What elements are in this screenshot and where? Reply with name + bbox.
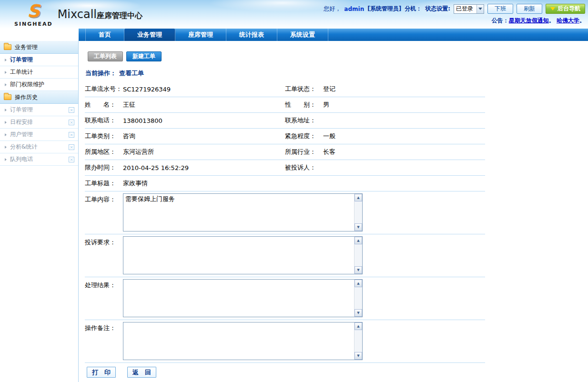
notice-link-holiday[interactable]: 星期天放假通知 — [509, 17, 549, 24]
footer-buttons: 打 印 返 回 — [87, 367, 588, 378]
scroll-up-icon[interactable]: ▲ — [355, 322, 362, 330]
work-order-content-textarea-input[interactable] — [123, 194, 354, 231]
sidebar-module-queue-calls[interactable]: 队列电话× — [0, 153, 78, 166]
company-logo: S SINGHEAD — [0, 0, 53, 27]
nav-row: 首页业务管理座席管理统计报表系统设置 — [0, 29, 588, 41]
form-row: 投诉要求：▲▼ — [85, 234, 485, 277]
scrollbar[interactable]: ▲▼ — [354, 194, 362, 231]
field-label: 联系电话： — [85, 116, 123, 125]
new-work-order-button[interactable]: 新建工单 — [126, 51, 162, 61]
field-label: 工单状态： — [285, 85, 323, 93]
scrollbar[interactable]: ▲▼ — [354, 322, 362, 360]
notice-bar: 公告：星期天放假通知。 哈佛大学。 — [324, 17, 585, 25]
field-value: 一般 — [323, 132, 485, 141]
form-row: 处理结果：▲▼ — [85, 277, 485, 320]
nav-spacer — [0, 29, 79, 41]
sidebar-section-business[interactable]: 业务管理 — [0, 41, 78, 54]
form-row: 工单类别：咨询紧急程度：一般 — [85, 129, 485, 144]
arrow-right-icon — [5, 158, 7, 161]
sidebar-section-history[interactable]: 操作历史 — [0, 91, 78, 104]
field-label: 所属行业： — [285, 148, 323, 156]
field-value: 王征 — [123, 101, 285, 109]
scroll-down-icon[interactable]: ▼ — [355, 266, 362, 274]
status-select[interactable]: 已登录 — [454, 4, 484, 14]
folder-icon — [4, 94, 11, 100]
notice-separator: 。 — [579, 17, 585, 24]
scroll-up-icon[interactable]: ▲ — [355, 280, 362, 287]
module-box-icon: × — [69, 107, 74, 113]
arrow-right-icon — [5, 121, 7, 124]
sidebar-item-label: 工单统计 — [10, 68, 33, 76]
offwork-button[interactable]: 下班 — [487, 4, 513, 14]
user-bar: 您好， admin [系统管理员] 分机： 状态设置: 已登录 下班 刷新 后台… — [324, 4, 585, 14]
current-action-value[interactable]: 查看工单 — [119, 70, 144, 77]
form-row: 所属地区：东河运营所所属行业：长客 — [85, 144, 485, 160]
sidebar-item-order-management[interactable]: 订单管理 — [0, 54, 78, 66]
brand-name: Mixcall — [58, 8, 97, 21]
scroll-down-icon[interactable]: ▼ — [355, 309, 362, 317]
app-title: Mixcall座席管理中心 — [58, 8, 142, 21]
tab-business-management[interactable]: 业务管理 — [124, 29, 175, 41]
handle-result-textarea: ▲▼ — [123, 279, 363, 317]
handle-result-textarea-input[interactable] — [123, 280, 354, 317]
scrollbar[interactable]: ▲▼ — [354, 237, 362, 274]
work-order-content-textarea: ▲▼ — [123, 193, 363, 231]
current-action-label: 当前操作： — [85, 70, 116, 77]
singhead-logo-icon: S — [14, 2, 53, 21]
field-value: 2010-04-25 16:52:29 — [123, 164, 285, 171]
field-value: 东河运营所 — [123, 148, 285, 156]
tab-seat-management[interactable]: 座席管理 — [175, 29, 226, 41]
username: admin — [344, 6, 364, 12]
complaint-request-textarea-input[interactable] — [123, 237, 354, 274]
breadcrumb: 当前操作：查看工单 — [85, 69, 588, 78]
sidebar-section-label: 操作历史 — [15, 93, 38, 101]
notice-label: 公告： — [492, 17, 509, 24]
work-order-list-button[interactable]: 工单列表 — [88, 51, 123, 61]
sidebar-item-ticket-stats[interactable]: 工单统计 — [0, 66, 78, 79]
module-box-icon: × — [69, 132, 74, 138]
tab-system-settings[interactable]: 系统设置 — [277, 29, 328, 41]
field-label: 紧急程度： — [285, 132, 323, 141]
scroll-track — [355, 244, 362, 266]
field-label: 工单标题： — [85, 179, 123, 188]
scroll-down-icon[interactable]: ▼ — [355, 352, 362, 360]
user-role: [系统管理员] — [367, 5, 401, 13]
form-row: 工单内容：▲▼ — [85, 191, 485, 234]
tab-home[interactable]: 首页 — [85, 29, 124, 41]
form-row: 工单流水号：SC1271926349工单状态：登记 — [85, 81, 485, 97]
sidebar-module-order-management[interactable]: 订单管理× — [0, 104, 78, 116]
extension-label: 分机： — [405, 5, 422, 13]
backend-nav-button[interactable]: 后台导航 — [546, 4, 585, 14]
tab-stat-reports[interactable]: 统计报表 — [226, 29, 277, 41]
form-row: 限办时间：2010-04-25 16:52:29被投诉人： — [85, 160, 485, 176]
scroll-down-icon[interactable]: ▼ — [355, 223, 362, 231]
folder-icon — [4, 44, 11, 50]
sidebar-module-schedule[interactable]: 日程安排× — [0, 116, 78, 129]
field-value: 长客 — [323, 148, 485, 156]
scrollbar[interactable]: ▲▼ — [354, 280, 362, 317]
print-button[interactable]: 打 印 — [87, 367, 116, 378]
scroll-up-icon[interactable]: ▲ — [355, 237, 362, 244]
back-button[interactable]: 返 回 — [127, 367, 156, 378]
field-value: 1380013800 — [123, 117, 285, 124]
sidebar-item-dept-permissions[interactable]: 部门权限维护 — [0, 79, 78, 91]
sidebar-module-analysis-stats[interactable]: 分析&统计× — [0, 141, 78, 153]
field-label: 工单内容： — [85, 195, 123, 204]
down-arrow-icon — [550, 7, 555, 10]
arrow-right-icon — [5, 133, 7, 136]
scroll-track — [355, 201, 362, 223]
sidebar-module-user-management[interactable]: 用户管理× — [0, 129, 78, 141]
notice-link-harvard[interactable]: 哈佛大学 — [557, 17, 579, 24]
sidebar: 业务管理订单管理工单统计部门权限维护操作历史订单管理×日程安排×用户管理×分析&… — [0, 41, 79, 382]
refresh-button[interactable]: 刷新 — [517, 4, 542, 14]
field-label: 工单流水号： — [85, 85, 123, 93]
field-label: 操作备注： — [85, 324, 123, 332]
scroll-up-icon[interactable]: ▲ — [355, 194, 362, 201]
module-box-icon: × — [69, 144, 74, 150]
form-row: 联系电话：1380013800联系地址： — [85, 113, 485, 129]
form-row: 操作备注：▲▼ — [85, 320, 485, 363]
chevron-down-icon[interactable] — [476, 5, 484, 13]
module-box-icon: × — [69, 120, 74, 125]
operation-note-textarea-input[interactable] — [123, 322, 354, 360]
field-value: 家政事情 — [123, 179, 485, 188]
